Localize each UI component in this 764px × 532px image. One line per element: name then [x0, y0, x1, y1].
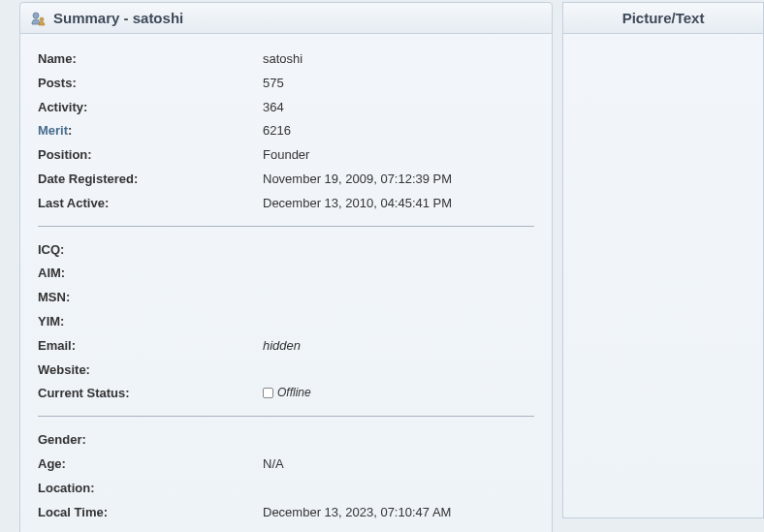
- value-merit: 6216: [263, 121, 291, 141]
- picture-text-title: Picture/Text: [622, 10, 705, 26]
- field-last-active: Last Active: December 13, 2010, 04:45:41…: [38, 192, 534, 216]
- divider-1: [38, 226, 534, 227]
- field-merit: Merit: 6216: [38, 119, 534, 143]
- field-local-time: Local Time: December 13, 2023, 07:10:47 …: [38, 501, 534, 525]
- field-age: Age: N/A: [38, 453, 534, 477]
- field-yim: YIM:: [38, 310, 534, 334]
- label-aim: AIM:: [38, 264, 263, 284]
- value-position: Founder: [263, 145, 309, 166]
- offline-indicator-icon: [263, 388, 273, 398]
- picture-text-panel-header: Picture/Text: [562, 2, 764, 34]
- value-posts: 575: [263, 74, 284, 94]
- merit-link[interactable]: Merit: [38, 123, 68, 138]
- field-location: Location:: [38, 477, 534, 501]
- value-email: hidden: [263, 336, 301, 357]
- label-activity: Activity:: [38, 98, 263, 118]
- label-age: Age:: [38, 454, 263, 475]
- label-location: Location:: [38, 479, 263, 499]
- label-current-status: Current Status:: [38, 384, 263, 404]
- label-position: Position:: [38, 145, 263, 166]
- field-posts: Posts: 575: [38, 72, 534, 96]
- label-website: Website:: [38, 360, 263, 381]
- label-msn: MSN:: [38, 288, 263, 308]
- field-website: Website:: [38, 359, 534, 383]
- label-yim: YIM:: [38, 312, 263, 332]
- summary-title: Summary - satoshi: [53, 10, 183, 26]
- label-gender: Gender:: [38, 430, 263, 451]
- value-age: N/A: [263, 454, 284, 475]
- label-merit: Merit:: [38, 121, 263, 141]
- label-icq: ICQ:: [38, 240, 263, 261]
- status-text: Offline: [277, 384, 311, 402]
- label-date-registered: Date Registered:: [38, 170, 263, 190]
- field-aim: AIM:: [38, 262, 534, 286]
- value-last-active: December 13, 2010, 04:45:41 PM: [263, 194, 452, 214]
- profile-icon: [30, 11, 46, 26]
- field-name: Name: satoshi: [38, 47, 534, 72]
- picture-text-panel-body: [562, 34, 764, 518]
- field-msn: MSN:: [38, 286, 534, 310]
- merit-colon: :: [68, 123, 72, 138]
- label-email: Email:: [38, 336, 263, 357]
- summary-panel-body: Name: satoshi Posts: 575 Activity: 364 M…: [19, 34, 553, 532]
- label-last-active: Last Active:: [38, 194, 263, 214]
- value-date-registered: November 19, 2009, 07:12:39 PM: [263, 170, 452, 190]
- value-current-status: Offline: [263, 384, 311, 404]
- svg-point-1: [40, 17, 44, 21]
- field-gender: Gender:: [38, 428, 534, 453]
- svg-point-0: [33, 13, 39, 18]
- field-date-registered: Date Registered: November 19, 2009, 07:1…: [38, 168, 534, 192]
- field-icq: ICQ:: [38, 238, 534, 263]
- value-activity: 364: [263, 98, 284, 118]
- value-name: satoshi: [263, 49, 302, 70]
- divider-2: [38, 416, 534, 417]
- label-local-time: Local Time:: [38, 503, 263, 523]
- value-local-time: December 13, 2023, 07:10:47 AM: [263, 503, 451, 523]
- summary-panel-header: Summary - satoshi: [19, 2, 553, 34]
- field-activity: Activity: 364: [38, 96, 534, 120]
- field-email: Email: hidden: [38, 334, 534, 359]
- field-position: Position: Founder: [38, 143, 534, 168]
- label-name: Name:: [38, 49, 263, 70]
- label-posts: Posts:: [38, 74, 263, 94]
- field-current-status: Current Status: Offline: [38, 382, 534, 406]
